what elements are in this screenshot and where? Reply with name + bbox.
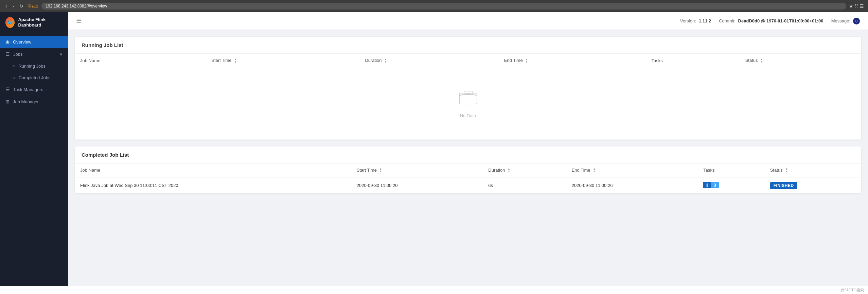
task-managers-icon: ☰ [5, 87, 10, 92]
no-data-icon [458, 89, 478, 109]
table-row[interactable]: Flink Java Job at Wed Sep 30 11:00:11 CS… [75, 177, 861, 193]
reload-button[interactable]: ↻ [18, 3, 25, 10]
col-duration[interactable]: Duration ▲▼ [359, 54, 498, 68]
completed-jobs-header-row: Job Name Start Time ▲▼ Duration ▲▼ [75, 163, 861, 177]
end-time-cell: 2020-09-30 11:00:26 [566, 177, 698, 193]
sidebar-item-label: Task Managers [13, 87, 43, 92]
menu-icon[interactable]: ☰ [76, 17, 82, 25]
running-jobs-icon: ○ [12, 63, 15, 69]
message-badge[interactable]: 0 [853, 18, 860, 24]
completed-jobs-table: Job Name Start Time ▲▼ Duration ▲▼ [75, 163, 861, 194]
tasks-cell: 3 3 [698, 177, 764, 193]
no-data-container: No Data [80, 73, 856, 135]
completed-jobs-icon: ○ [12, 75, 15, 80]
app-logo: 🐦 [5, 17, 15, 28]
app-container: 🐦 Apache Flink Dashboard ◉ Overview ☰ Jo… [0, 12, 868, 286]
running-jobs-header-row: Job Name Start Time ▲▼ Duration ▲▼ [75, 54, 861, 68]
running-jobs-table: Job Name Start Time ▲▼ Duration ▲▼ [75, 54, 861, 140]
main-content: Running Job List Job Name Start Time ▲▼ [68, 30, 868, 286]
commit-value: DeadD0d0 @ 1970-01-01T01:00:00+01:00 [738, 18, 823, 23]
browser-chrome: ‹ › ↻ 不安全 ★ ⠿ ☰ [0, 0, 868, 12]
task-badge-b: 3 [711, 182, 719, 188]
running-job-list-card: Running Job List Job Name Start Time ▲▼ [75, 37, 861, 140]
sidebar-item-task-managers[interactable]: ☰ Task Managers [0, 83, 68, 96]
sidebar-item-label: Completed Jobs [18, 75, 50, 80]
sort-arrows-duration: ▲▼ [508, 168, 510, 173]
browser-actions: ★ ⠿ ☰ [849, 3, 864, 9]
sidebar-item-label: Overview [13, 39, 31, 45]
url-bar[interactable] [41, 3, 846, 10]
sidebar-item-label: Jobs [13, 52, 22, 57]
sidebar-logo: 🐦 Apache Flink Dashboard [0, 12, 68, 33]
sort-arrows-duration: ▲▼ [384, 58, 387, 64]
col-tasks: Tasks [646, 54, 740, 68]
version-label: Version: [680, 18, 696, 23]
security-warning: 不安全 [28, 4, 39, 9]
job-name-cell: Flink Java Job at Wed Sep 30 11:00:11 CS… [75, 177, 351, 193]
header-info: Version: 1.11.2 Commit: DeadD0d0 @ 1970-… [680, 18, 860, 24]
running-jobs-title: Running Job List [75, 37, 861, 54]
sort-arrows-start-time: ▲▼ [234, 58, 237, 64]
sort-arrows-end-time: ▲▼ [525, 58, 528, 64]
sort-arrows-start-time: ▲▼ [379, 168, 382, 173]
sidebar-item-label: Running Jobs [18, 64, 46, 69]
col-job-name: Job Name [75, 163, 351, 177]
main-header: ☰ Version: 1.11.2 Commit: DeadD0d0 @ 197… [68, 12, 868, 30]
completed-job-list-card: Completed Job List Job Name Start Time ▲… [75, 146, 861, 194]
status-badge: FINISHED [770, 182, 797, 189]
col-start-time[interactable]: Start Time ▲▼ [351, 163, 483, 177]
col-start-time[interactable]: Start Time ▲▼ [206, 54, 359, 68]
task-badge: 3 3 [703, 182, 719, 188]
sidebar-item-job-manager[interactable]: ⊞ Job Manager [0, 96, 68, 108]
col-status[interactable]: Status ▲▼ [740, 54, 861, 68]
col-job-name: Job Name [75, 54, 206, 68]
forward-button[interactable]: › [11, 3, 16, 10]
sort-arrows-status: ▲▼ [760, 58, 763, 64]
status-cell: FINISHED [765, 177, 861, 193]
message-label: Message: [831, 18, 850, 23]
sort-arrows-status: ▲▼ [785, 168, 788, 173]
col-status[interactable]: Status ▲▼ [765, 163, 861, 177]
sidebar-item-running-jobs[interactable]: ○ Running Jobs [0, 60, 68, 72]
job-manager-icon: ⊞ [5, 99, 10, 104]
no-data-text: No Data [460, 113, 476, 118]
sidebar-item-jobs[interactable]: ☰ Jobs ∧ [0, 48, 68, 60]
bottom-bar-text: @51CTO搜索 [841, 288, 864, 292]
no-data-row: No Data [75, 68, 861, 139]
back-button[interactable]: ‹ [4, 3, 8, 10]
col-end-time[interactable]: End Time ▲▼ [499, 54, 646, 68]
col-tasks: Tasks [698, 163, 764, 177]
task-badge-a: 3 [703, 182, 711, 188]
col-end-time[interactable]: End Time ▲▼ [566, 163, 698, 177]
sidebar-item-completed-jobs[interactable]: ○ Completed Jobs [0, 72, 68, 83]
commit-label: Commit: [719, 18, 735, 23]
app-title: Apache Flink Dashboard [18, 17, 63, 28]
sidebar-navigation: ◉ Overview ☰ Jobs ∧ ○ Running Jobs ○ Com… [0, 33, 68, 110]
bottom-bar: @51CTO搜索 [0, 286, 868, 294]
overview-icon: ◉ [5, 39, 10, 45]
jobs-icon: ☰ [5, 51, 10, 57]
jobs-toggle-icon: ∧ [59, 52, 63, 56]
start-time-cell: 2020-09-30 11:00:20 [351, 177, 483, 193]
sidebar: 🐦 Apache Flink Dashboard ◉ Overview ☰ Jo… [0, 12, 68, 286]
sidebar-item-overview[interactable]: ◉ Overview [0, 36, 68, 48]
duration-cell: 6s [483, 177, 566, 193]
sort-arrows-end-time: ▲▼ [593, 168, 596, 173]
completed-jobs-title: Completed Job List [75, 146, 861, 163]
sidebar-item-label: Job Manager [13, 99, 39, 104]
col-duration[interactable]: Duration ▲▼ [483, 163, 566, 177]
version-value: 1.11.2 [699, 18, 711, 23]
